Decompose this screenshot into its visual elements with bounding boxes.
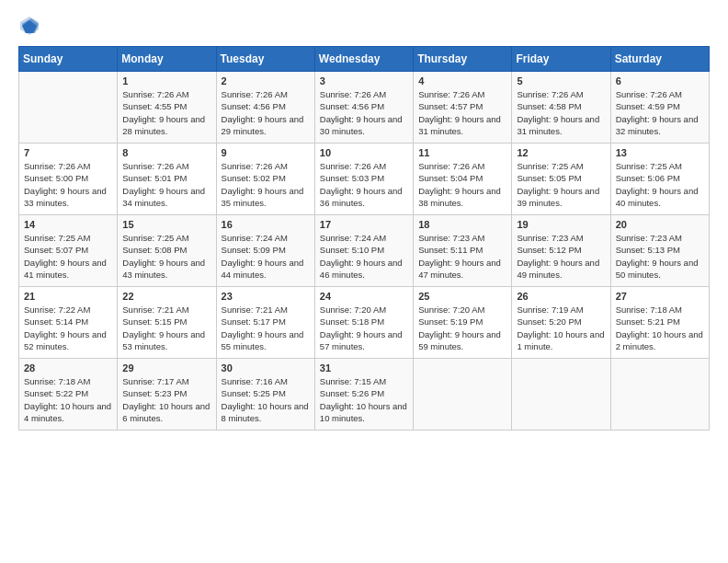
col-header-wednesday: Wednesday [314,47,413,72]
week-row-0: 1Sunrise: 7:26 AMSunset: 4:55 PMDaylight… [19,72,710,144]
calendar-cell: 31Sunrise: 7:15 AMSunset: 5:26 PMDayligh… [314,359,413,431]
cell-info: Sunrise: 7:25 AMSunset: 5:07 PMDaylight:… [24,232,112,281]
cell-info: Sunrise: 7:26 AMSunset: 5:04 PMDaylight:… [418,160,506,209]
day-number: 16 [222,219,310,230]
calendar-cell: 20Sunrise: 7:23 AMSunset: 5:13 PMDayligh… [610,215,709,287]
cell-info: Sunrise: 7:26 AMSunset: 4:56 PMDaylight:… [320,88,408,137]
cell-info: Sunrise: 7:26 AMSunset: 4:58 PMDaylight:… [517,88,605,137]
day-number: 12 [517,147,605,158]
day-number: 1 [122,75,210,86]
calendar-cell: 26Sunrise: 7:19 AMSunset: 5:20 PMDayligh… [512,287,610,359]
cell-info: Sunrise: 7:26 AMSunset: 4:55 PMDaylight:… [122,88,210,137]
calendar-cell: 8Sunrise: 7:26 AMSunset: 5:01 PMDaylight… [118,144,216,215]
calendar-cell: 9Sunrise: 7:26 AMSunset: 5:02 PMDaylight… [216,144,314,215]
day-number: 28 [24,362,112,373]
day-number: 22 [122,291,210,302]
cell-info: Sunrise: 7:24 AMSunset: 5:10 PMDaylight:… [320,232,408,281]
cell-info: Sunrise: 7:16 AMSunset: 5:25 PMDaylight:… [222,375,310,424]
day-number: 31 [320,362,408,373]
calendar-cell: 10Sunrise: 7:26 AMSunset: 5:03 PMDayligh… [314,144,413,215]
col-header-saturday: Saturday [610,47,709,72]
calendar-cell: 12Sunrise: 7:25 AMSunset: 5:05 PMDayligh… [512,144,610,215]
day-number: 4 [418,75,506,86]
calendar-cell: 24Sunrise: 7:20 AMSunset: 5:18 PMDayligh… [314,287,413,359]
calendar-cell: 23Sunrise: 7:21 AMSunset: 5:17 PMDayligh… [216,287,314,359]
day-number: 14 [24,219,112,230]
day-number: 23 [222,291,310,302]
cell-info: Sunrise: 7:21 AMSunset: 5:17 PMDaylight:… [222,304,310,352]
cell-info: Sunrise: 7:21 AMSunset: 5:15 PMDaylight:… [122,304,210,352]
col-header-friday: Friday [512,47,610,72]
calendar-cell: 19Sunrise: 7:23 AMSunset: 5:12 PMDayligh… [512,215,610,287]
calendar-cell: 21Sunrise: 7:22 AMSunset: 5:14 PMDayligh… [19,287,118,359]
day-number: 3 [320,75,408,86]
cell-info: Sunrise: 7:25 AMSunset: 5:08 PMDaylight:… [122,232,210,281]
calendar-cell: 22Sunrise: 7:21 AMSunset: 5:15 PMDayligh… [118,287,216,359]
cell-info: Sunrise: 7:26 AMSunset: 5:01 PMDaylight:… [122,160,210,209]
day-number: 24 [320,291,408,302]
day-number: 9 [222,147,310,158]
calendar-table: SundayMondayTuesdayWednesdayThursdayFrid… [18,46,710,431]
week-row-1: 7Sunrise: 7:26 AMSunset: 5:00 PMDaylight… [19,144,710,215]
day-number: 25 [418,291,506,302]
calendar-cell: 30Sunrise: 7:16 AMSunset: 5:25 PMDayligh… [216,359,314,431]
cell-info: Sunrise: 7:20 AMSunset: 5:18 PMDaylight:… [320,304,408,352]
day-number: 7 [24,147,112,158]
day-number: 13 [616,147,704,158]
logo [18,15,44,37]
cell-info: Sunrise: 7:23 AMSunset: 5:12 PMDaylight:… [517,232,605,281]
calendar-cell: 15Sunrise: 7:25 AMSunset: 5:08 PMDayligh… [118,215,216,287]
cell-info: Sunrise: 7:26 AMSunset: 5:02 PMDaylight:… [222,160,310,209]
day-number: 5 [517,75,605,86]
week-row-2: 14Sunrise: 7:25 AMSunset: 5:07 PMDayligh… [19,215,710,287]
day-number: 19 [517,219,605,230]
calendar-cell: 13Sunrise: 7:25 AMSunset: 5:06 PMDayligh… [610,144,709,215]
calendar-cell: 25Sunrise: 7:20 AMSunset: 5:19 PMDayligh… [414,287,512,359]
col-header-sunday: Sunday [19,47,118,72]
calendar-cell: 4Sunrise: 7:26 AMSunset: 4:57 PMDaylight… [414,72,512,144]
page: SundayMondayTuesdayWednesdayThursdayFrid… [0,0,728,442]
day-number: 2 [222,75,310,86]
calendar-cell [19,72,118,144]
calendar-cell: 1Sunrise: 7:26 AMSunset: 4:55 PMDaylight… [118,72,216,144]
calendar-cell: 2Sunrise: 7:26 AMSunset: 4:56 PMDaylight… [216,72,314,144]
cell-info: Sunrise: 7:24 AMSunset: 5:09 PMDaylight:… [222,232,310,281]
calendar-cell: 3Sunrise: 7:26 AMSunset: 4:56 PMDaylight… [314,72,413,144]
cell-info: Sunrise: 7:26 AMSunset: 4:59 PMDaylight:… [616,88,704,137]
calendar-cell [414,359,512,431]
day-number: 18 [418,219,506,230]
header [18,15,710,37]
cell-info: Sunrise: 7:17 AMSunset: 5:23 PMDaylight:… [122,375,210,424]
week-row-3: 21Sunrise: 7:22 AMSunset: 5:14 PMDayligh… [19,287,710,359]
day-number: 21 [24,291,112,302]
day-number: 8 [122,147,210,158]
cell-info: Sunrise: 7:19 AMSunset: 5:20 PMDaylight:… [517,304,605,352]
cell-info: Sunrise: 7:20 AMSunset: 5:19 PMDaylight:… [418,304,506,352]
logo-icon [18,15,40,37]
day-number: 15 [122,219,210,230]
calendar-cell: 6Sunrise: 7:26 AMSunset: 4:59 PMDaylight… [610,72,709,144]
calendar-cell: 28Sunrise: 7:18 AMSunset: 5:22 PMDayligh… [19,359,118,431]
calendar-cell: 18Sunrise: 7:23 AMSunset: 5:11 PMDayligh… [414,215,512,287]
cell-info: Sunrise: 7:23 AMSunset: 5:11 PMDaylight:… [418,232,506,281]
calendar-cell: 29Sunrise: 7:17 AMSunset: 5:23 PMDayligh… [118,359,216,431]
col-header-tuesday: Tuesday [216,47,314,72]
day-number: 17 [320,219,408,230]
col-header-thursday: Thursday [414,47,512,72]
day-number: 6 [616,75,704,86]
header-row: SundayMondayTuesdayWednesdayThursdayFrid… [19,47,710,72]
cell-info: Sunrise: 7:26 AMSunset: 5:00 PMDaylight:… [24,160,112,209]
calendar-cell: 16Sunrise: 7:24 AMSunset: 5:09 PMDayligh… [216,215,314,287]
calendar-cell: 27Sunrise: 7:18 AMSunset: 5:21 PMDayligh… [610,287,709,359]
day-number: 11 [418,147,506,158]
day-number: 30 [222,362,310,373]
cell-info: Sunrise: 7:26 AMSunset: 4:56 PMDaylight:… [222,88,310,137]
cell-info: Sunrise: 7:23 AMSunset: 5:13 PMDaylight:… [616,232,704,281]
cell-info: Sunrise: 7:22 AMSunset: 5:14 PMDaylight:… [24,304,112,352]
calendar-cell: 5Sunrise: 7:26 AMSunset: 4:58 PMDaylight… [512,72,610,144]
day-number: 27 [616,291,704,302]
cell-info: Sunrise: 7:25 AMSunset: 5:06 PMDaylight:… [616,160,704,209]
cell-info: Sunrise: 7:15 AMSunset: 5:26 PMDaylight:… [320,375,408,424]
day-number: 10 [320,147,408,158]
cell-info: Sunrise: 7:26 AMSunset: 4:57 PMDaylight:… [418,88,506,137]
